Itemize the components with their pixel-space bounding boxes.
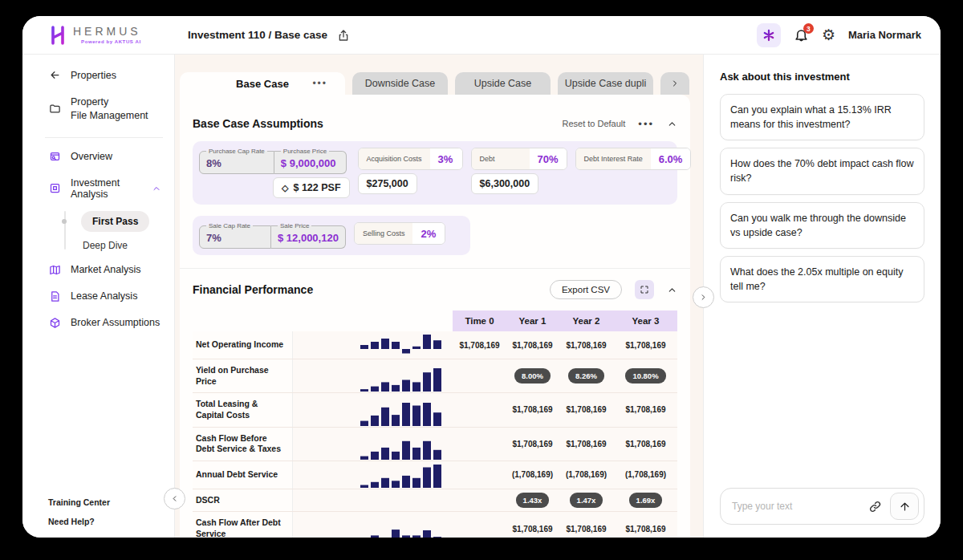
purchase-price-field[interactable]: Purchase Price $ 9,000,000: [274, 148, 347, 174]
acquisition-costs-label: Acquisition Costs: [359, 148, 430, 169]
performance-table-body: Net Operating Income$1,708,169$1,708,169…: [193, 331, 677, 538]
analysis-grid-icon: [48, 182, 61, 194]
row-value: $1,708,169: [614, 512, 677, 538]
training-center-link[interactable]: Training Center: [48, 497, 163, 507]
acquisition-costs-field[interactable]: Acquisition Costs 3%: [358, 148, 463, 170]
value-badge: 1.43x: [516, 493, 550, 508]
cube-icon: [48, 317, 61, 329]
chevron-up-icon[interactable]: [150, 184, 163, 193]
purchase-cap-rate-field[interactable]: Purchase Cap Rate 8%: [199, 148, 274, 174]
row-value: $1,708,169: [506, 393, 559, 426]
tab-menu-icon[interactable]: •••: [312, 78, 327, 89]
suggested-question-card[interactable]: Can you walk me through the downside vs …: [720, 202, 924, 249]
col-header-time0: Time 0: [453, 310, 506, 331]
acquisition-costs-value: 3%: [430, 148, 462, 169]
suggested-question-card[interactable]: What does the 2.05x multiple on equity t…: [720, 256, 924, 302]
table-row: Yield on Purchase Price8.00%8.26%10.80%: [193, 359, 677, 393]
arrow-up-icon: [899, 501, 911, 513]
settings-gear-icon[interactable]: ⚙: [822, 27, 835, 43]
value-badge: 8.00%: [514, 368, 551, 383]
sidebar-item-file-management[interactable]: Property File Management: [48, 95, 163, 123]
debt-amount-box[interactable]: $6,300,000: [471, 173, 539, 194]
share-icon[interactable]: [337, 29, 350, 42]
tab-upside-case[interactable]: Upside Case: [455, 72, 551, 95]
sidebar-collapse-button[interactable]: [164, 488, 185, 509]
sidebar-item-deep-dive[interactable]: Deep Dive: [81, 232, 163, 253]
performance-collapse-icon[interactable]: [667, 285, 677, 295]
suggested-question-card[interactable]: Can you explain what a 15.13% IRR means …: [720, 94, 924, 140]
sidebar-subnav: First Pass Deep Dive: [64, 211, 163, 253]
row-value: 1.43x: [506, 489, 559, 512]
tab-upside-case-dupli[interactable]: Upside Case dupli: [558, 72, 653, 95]
sidebar-market-label: Market Analysis: [71, 264, 141, 275]
row-value: 8.26%: [559, 359, 614, 392]
psf-value-box[interactable]: ◇ $ 122 PSF: [273, 177, 350, 198]
ai-assistant-button[interactable]: [757, 23, 781, 47]
row-value: $1,708,169: [506, 428, 559, 461]
value-badge: 8.26%: [568, 368, 604, 383]
sale-cap-rate-label: Sale Cap Rate: [206, 222, 253, 229]
row-value: $1,708,169: [453, 331, 506, 359]
selling-costs-field[interactable]: Selling Costs 2%: [354, 222, 446, 245]
acquisition-amount-box[interactable]: $275,000: [358, 173, 417, 194]
assumptions-row-1: Purchase Cap Rate 8% Purchase Price $ 9,…: [193, 141, 677, 205]
row-value: $1,708,169: [506, 331, 559, 359]
sale-price-label: Sale Price: [278, 222, 311, 229]
debt-label: Debt: [472, 148, 530, 169]
row-value: $1,708,169: [506, 512, 559, 538]
tab-base-case[interactable]: Base Case•••: [180, 72, 345, 95]
sidebar-item-investment-analysis[interactable]: Investment Analysis: [48, 177, 163, 200]
sidebar-item-overview[interactable]: Overview: [48, 151, 163, 163]
send-button[interactable]: [890, 493, 919, 520]
psf-value: $ 122 PSF: [293, 182, 340, 193]
assumptions-title: Base Case Assumptions: [193, 117, 323, 130]
document-icon: [48, 290, 61, 302]
tabs-scroll-right-button[interactable]: [660, 72, 689, 95]
row-value: $1,708,169: [559, 428, 614, 461]
logo[interactable]: HERMUS Powered by AKTUS AI: [22, 25, 175, 46]
sidebar-item-market-analysis[interactable]: Market Analysis: [48, 264, 163, 276]
row-sparkline: [293, 428, 453, 461]
case-card: Base Case Assumptions Reset to Default •…: [180, 95, 690, 538]
sidebar-item-broker-assumptions[interactable]: Broker Assumptions: [48, 317, 163, 329]
row-value: 1.69x: [614, 489, 677, 512]
sidebar-item-first-pass[interactable]: First Pass: [81, 211, 149, 232]
sale-price-field[interactable]: Sale Price $ 12,000,120: [271, 222, 346, 249]
sidebar-overview-label: Overview: [71, 151, 112, 162]
arrow-left-icon: [48, 69, 61, 81]
tab-downside-case[interactable]: Downside Case: [352, 72, 448, 95]
assumptions-menu-icon[interactable]: •••: [638, 118, 654, 130]
performance-title: Financial Performance: [193, 283, 313, 296]
row-value: $1,708,169: [614, 393, 677, 426]
assistant-panel: Ask about this investment Can you explai…: [703, 55, 941, 538]
suggested-question-card[interactable]: How does the 70% debt impact cash flow r…: [720, 148, 924, 194]
sale-cap-rate-value: 7%: [206, 232, 221, 244]
row-sparkline: [293, 489, 453, 512]
sale-cap-rate-field[interactable]: Sale Cap Rate 7%: [199, 222, 271, 249]
row-value: [453, 428, 506, 461]
row-sparkline: [293, 359, 453, 392]
debt-interest-rate-field[interactable]: Debt Interest Rate 6.0%: [575, 148, 692, 170]
user-name[interactable]: Maria Normark: [848, 29, 921, 41]
reset-to-default-link[interactable]: Reset to Default: [562, 119, 625, 128]
value-badge: 1.47x: [570, 493, 603, 508]
fullscreen-button[interactable]: [635, 280, 654, 299]
attach-link-icon[interactable]: [868, 500, 882, 513]
export-csv-button[interactable]: Export CSV: [550, 280, 622, 299]
chat-input[interactable]: Type your text: [720, 488, 924, 525]
logo-tagline: Powered by AKTUS AI: [81, 39, 141, 44]
assumptions-collapse-icon[interactable]: [667, 119, 677, 129]
sidebar-item-lease-analysis[interactable]: Lease Analysis: [48, 290, 163, 302]
row-value: 8.00%: [506, 359, 559, 392]
row-sparkline: [293, 512, 453, 538]
row-value: $1,708,169: [559, 393, 614, 426]
sidebar-back-properties[interactable]: Properties: [48, 69, 163, 81]
panel-collapse-button[interactable]: [693, 286, 714, 308]
col-header-year1: Year 1: [506, 310, 559, 331]
overview-icon: [48, 151, 61, 163]
need-help-link[interactable]: Need Help?: [48, 517, 163, 526]
table-row: Cash Flow Before Debt Service & Taxes$1,…: [193, 428, 677, 461]
notifications-button[interactable]: 3: [794, 27, 809, 43]
debt-field[interactable]: Debt 70%: [471, 148, 567, 170]
chevron-left-icon: [170, 494, 179, 503]
